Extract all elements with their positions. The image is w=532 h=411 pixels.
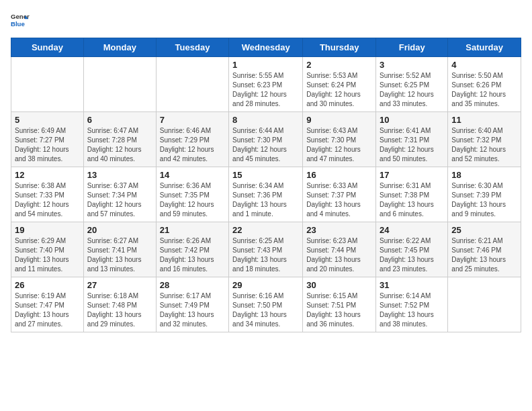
- calendar-cell: 1Sunrise: 5:55 AM Sunset: 6:23 PM Daylig…: [229, 57, 303, 112]
- day-number: 31: [380, 280, 444, 290]
- calendar-cell: [156, 57, 228, 112]
- calendar-cell: 27Sunrise: 6:18 AM Sunset: 7:48 PM Dayli…: [83, 277, 156, 332]
- day-number: 24: [380, 225, 444, 235]
- calendar-cell: 9Sunrise: 6:43 AM Sunset: 7:30 PM Daylig…: [303, 112, 376, 167]
- day-number: 14: [160, 170, 225, 180]
- calendar-cell: 7Sunrise: 6:46 AM Sunset: 7:29 PM Daylig…: [156, 112, 228, 167]
- calendar-cell: 20Sunrise: 6:27 AM Sunset: 7:41 PM Dayli…: [83, 222, 156, 277]
- calendar-cell: 25Sunrise: 6:21 AM Sunset: 7:46 PM Dayli…: [448, 222, 521, 277]
- calendar-cell: 14Sunrise: 6:36 AM Sunset: 7:35 PM Dayli…: [156, 167, 228, 222]
- calendar-cell: 2Sunrise: 5:53 AM Sunset: 6:24 PM Daylig…: [303, 57, 376, 112]
- day-info: Sunrise: 6:47 AM Sunset: 7:28 PM Dayligh…: [87, 126, 152, 164]
- day-info: Sunrise: 5:52 AM Sunset: 6:25 PM Dayligh…: [380, 71, 444, 109]
- day-number: 15: [232, 170, 299, 180]
- day-number: 5: [15, 115, 80, 125]
- day-number: 7: [160, 115, 225, 125]
- weekday-header-sunday: Sunday: [11, 38, 84, 57]
- day-info: Sunrise: 6:34 AM Sunset: 7:36 PM Dayligh…: [232, 181, 299, 219]
- calendar-week-row: 26Sunrise: 6:19 AM Sunset: 7:47 PM Dayli…: [11, 277, 521, 332]
- calendar-cell: 28Sunrise: 6:17 AM Sunset: 7:49 PM Dayli…: [156, 277, 228, 332]
- calendar-cell: 21Sunrise: 6:26 AM Sunset: 7:42 PM Dayli…: [156, 222, 228, 277]
- calendar-table: SundayMondayTuesdayWednesdayThursdayFrid…: [11, 38, 521, 332]
- logo-icon: General Blue: [11, 11, 30, 30]
- calendar-cell: 12Sunrise: 6:38 AM Sunset: 7:33 PM Dayli…: [11, 167, 84, 222]
- calendar-cell: 29Sunrise: 6:16 AM Sunset: 7:50 PM Dayli…: [229, 277, 303, 332]
- day-number: 20: [87, 225, 152, 235]
- day-number: 17: [380, 170, 444, 180]
- calendar-cell: 22Sunrise: 6:25 AM Sunset: 7:43 PM Dayli…: [229, 222, 303, 277]
- svg-text:General: General: [11, 13, 30, 20]
- day-info: Sunrise: 6:40 AM Sunset: 7:32 PM Dayligh…: [451, 126, 517, 164]
- day-number: 16: [306, 170, 372, 180]
- day-info: Sunrise: 6:15 AM Sunset: 7:51 PM Dayligh…: [306, 291, 372, 329]
- calendar-week-row: 19Sunrise: 6:29 AM Sunset: 7:40 PM Dayli…: [11, 222, 521, 277]
- weekday-header-friday: Friday: [376, 38, 448, 57]
- calendar-cell: [83, 57, 156, 112]
- day-number: 1: [232, 60, 299, 70]
- day-info: Sunrise: 6:41 AM Sunset: 7:31 PM Dayligh…: [380, 126, 444, 164]
- day-info: Sunrise: 6:14 AM Sunset: 7:52 PM Dayligh…: [380, 291, 444, 329]
- day-info: Sunrise: 6:19 AM Sunset: 7:47 PM Dayligh…: [15, 291, 80, 329]
- day-number: 29: [232, 280, 299, 290]
- calendar-cell: 30Sunrise: 6:15 AM Sunset: 7:51 PM Dayli…: [303, 277, 376, 332]
- day-number: 28: [160, 280, 225, 290]
- day-info: Sunrise: 6:30 AM Sunset: 7:39 PM Dayligh…: [451, 181, 517, 219]
- weekday-header-thursday: Thursday: [303, 38, 376, 57]
- calendar-cell: 19Sunrise: 6:29 AM Sunset: 7:40 PM Dayli…: [11, 222, 84, 277]
- day-number: 25: [451, 225, 517, 235]
- day-info: Sunrise: 6:43 AM Sunset: 7:30 PM Dayligh…: [306, 126, 372, 164]
- day-info: Sunrise: 6:38 AM Sunset: 7:33 PM Dayligh…: [15, 181, 80, 219]
- calendar-cell: [448, 277, 521, 332]
- calendar-week-row: 5Sunrise: 6:49 AM Sunset: 7:27 PM Daylig…: [11, 112, 521, 167]
- day-info: Sunrise: 6:26 AM Sunset: 7:42 PM Dayligh…: [160, 236, 225, 274]
- weekday-header-monday: Monday: [83, 38, 156, 57]
- calendar-cell: 31Sunrise: 6:14 AM Sunset: 7:52 PM Dayli…: [376, 277, 448, 332]
- day-number: 19: [15, 225, 80, 235]
- day-number: 23: [306, 225, 372, 235]
- calendar-cell: [11, 57, 84, 112]
- calendar-cell: 17Sunrise: 6:31 AM Sunset: 7:38 PM Dayli…: [376, 167, 448, 222]
- day-info: Sunrise: 6:18 AM Sunset: 7:48 PM Dayligh…: [87, 291, 152, 329]
- day-number: 3: [380, 60, 444, 70]
- day-info: Sunrise: 6:37 AM Sunset: 7:34 PM Dayligh…: [87, 181, 152, 219]
- day-number: 18: [451, 170, 517, 180]
- calendar-cell: 23Sunrise: 6:23 AM Sunset: 7:44 PM Dayli…: [303, 222, 376, 277]
- day-info: Sunrise: 6:27 AM Sunset: 7:41 PM Dayligh…: [87, 236, 152, 274]
- calendar-cell: 5Sunrise: 6:49 AM Sunset: 7:27 PM Daylig…: [11, 112, 84, 167]
- day-info: Sunrise: 5:50 AM Sunset: 6:26 PM Dayligh…: [451, 71, 517, 109]
- calendar-cell: 18Sunrise: 6:30 AM Sunset: 7:39 PM Dayli…: [448, 167, 521, 222]
- day-info: Sunrise: 6:25 AM Sunset: 7:43 PM Dayligh…: [232, 236, 299, 274]
- calendar-cell: 26Sunrise: 6:19 AM Sunset: 7:47 PM Dayli…: [11, 277, 84, 332]
- day-info: Sunrise: 6:44 AM Sunset: 7:30 PM Dayligh…: [232, 126, 299, 164]
- day-number: 9: [306, 115, 372, 125]
- day-number: 11: [451, 115, 517, 125]
- calendar-cell: 16Sunrise: 6:33 AM Sunset: 7:37 PM Dayli…: [303, 167, 376, 222]
- day-info: Sunrise: 6:29 AM Sunset: 7:40 PM Dayligh…: [15, 236, 80, 274]
- calendar-cell: 13Sunrise: 6:37 AM Sunset: 7:34 PM Dayli…: [83, 167, 156, 222]
- day-number: 12: [15, 170, 80, 180]
- day-number: 4: [451, 60, 517, 70]
- svg-text:Blue: Blue: [11, 20, 25, 28]
- day-number: 6: [87, 115, 152, 125]
- day-number: 26: [15, 280, 80, 290]
- page-header: General Blue: [11, 11, 521, 30]
- day-number: 30: [306, 280, 372, 290]
- day-info: Sunrise: 6:46 AM Sunset: 7:29 PM Dayligh…: [160, 126, 225, 164]
- day-info: Sunrise: 6:21 AM Sunset: 7:46 PM Dayligh…: [451, 236, 517, 274]
- calendar-cell: 24Sunrise: 6:22 AM Sunset: 7:45 PM Dayli…: [376, 222, 448, 277]
- logo: General Blue: [11, 11, 30, 30]
- day-info: Sunrise: 5:55 AM Sunset: 6:23 PM Dayligh…: [232, 71, 299, 109]
- day-info: Sunrise: 6:17 AM Sunset: 7:49 PM Dayligh…: [160, 291, 225, 329]
- calendar-cell: 3Sunrise: 5:52 AM Sunset: 6:25 PM Daylig…: [376, 57, 448, 112]
- calendar-week-row: 12Sunrise: 6:38 AM Sunset: 7:33 PM Dayli…: [11, 167, 521, 222]
- weekday-header-wednesday: Wednesday: [229, 38, 303, 57]
- day-number: 2: [306, 60, 372, 70]
- calendar-week-row: 1Sunrise: 5:55 AM Sunset: 6:23 PM Daylig…: [11, 57, 521, 112]
- calendar-cell: 10Sunrise: 6:41 AM Sunset: 7:31 PM Dayli…: [376, 112, 448, 167]
- day-number: 13: [87, 170, 152, 180]
- day-info: Sunrise: 6:16 AM Sunset: 7:50 PM Dayligh…: [232, 291, 299, 329]
- day-number: 27: [87, 280, 152, 290]
- day-info: Sunrise: 6:22 AM Sunset: 7:45 PM Dayligh…: [380, 236, 444, 274]
- calendar-cell: 15Sunrise: 6:34 AM Sunset: 7:36 PM Dayli…: [229, 167, 303, 222]
- weekday-header-saturday: Saturday: [448, 38, 521, 57]
